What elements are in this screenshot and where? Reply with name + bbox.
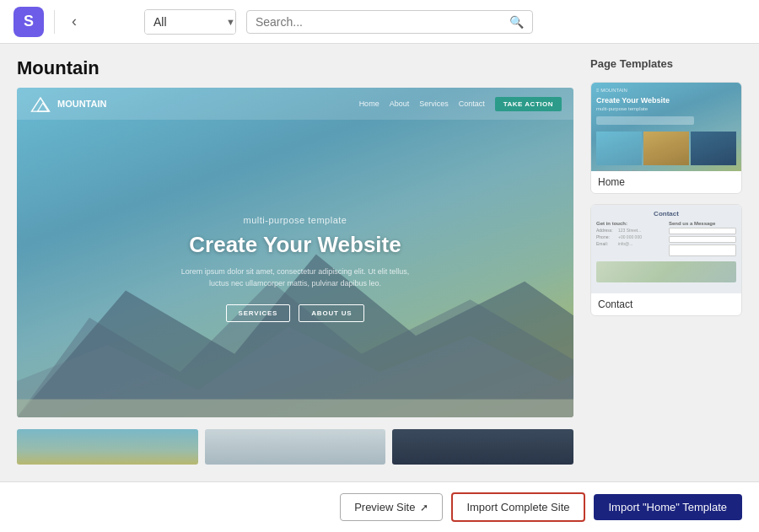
thumbnail-contact[interactable] [392, 429, 573, 465]
home-inner: ≡ MOUNTAIN Create Your Website multi-pur… [591, 83, 741, 130]
left-panel: Mountain MOUNTAIN [17, 57, 573, 468]
home-preview: ≡ MOUNTAIN Create Your Website multi-pur… [591, 83, 741, 171]
mountain-logo-icon [29, 94, 52, 113]
contact-card-title: Contact [596, 210, 736, 218]
home-nav-text: ≡ MOUNTAIN [596, 88, 736, 93]
form-label-address: Address: [596, 228, 616, 233]
thumbnail-services[interactable] [205, 429, 386, 465]
home-card-subtitle: multi-purpose template [596, 106, 736, 111]
form-row-2: Phone: +00 000 000 [596, 234, 664, 239]
preview-image: MOUNTAIN Home About Services Contact TAK… [17, 88, 573, 417]
hero-heading: Create Your Website [189, 232, 401, 258]
nav-link-services: Services [419, 99, 449, 108]
search-wrap: 🔍 [246, 10, 533, 34]
import-home-template-button[interactable]: Import "Home" Template [594, 494, 743, 520]
nav-cta-button: TAKE ACTION [495, 97, 562, 111]
import-complete-site-button[interactable]: Import Complete Site [451, 492, 584, 522]
contact-columns: Get in touch: Address: 123 Street... Pho… [596, 221, 736, 258]
contact-preview: Contact Get in touch: Address: 123 Stree… [591, 205, 741, 293]
filter-select-wrap: All Business Portfolio Blog E-commerce ▼ [144, 9, 236, 35]
home-img-1 [596, 132, 642, 165]
thumbnail-home[interactable] [17, 429, 198, 465]
bottom-bar: Preview Site ➚ Import Complete Site Impo… [0, 481, 759, 532]
thumbnails-row [17, 426, 573, 468]
back-button[interactable]: ‹ [65, 9, 83, 34]
template-title: Mountain [17, 57, 573, 79]
form-address-value: 123 Street... [618, 228, 664, 233]
form-phone-value: +00 000 000 [618, 234, 664, 239]
app-logo: S [13, 7, 44, 37]
page-template-card-contact[interactable]: Contact Get in touch: Address: 123 Stree… [590, 204, 742, 316]
hero-buttons: SERVICES ABOUT US [226, 304, 365, 322]
home-img-2 [643, 132, 689, 165]
hero-description: Lorem ipsum dolor sit amet, consectetur … [177, 266, 413, 289]
topbar: S ‹ All Business Portfolio Blog E-commer… [0, 0, 759, 44]
template-nav: MOUNTAIN Home About Services Contact TAK… [17, 88, 573, 120]
page-template-card-home[interactable]: ≡ MOUNTAIN Create Your Website multi-pur… [590, 82, 742, 194]
page-templates-label: Page Templates [590, 57, 742, 70]
send-message-label: Send us a Message [669, 221, 736, 226]
get-in-touch-label: Get in touch: [596, 221, 664, 226]
form-row-3: Email: info@... [596, 241, 664, 246]
home-card-title: Create Your Website [596, 96, 736, 105]
form-label-phone: Phone: [596, 234, 616, 239]
hero-subtitle: multi-purpose template [244, 215, 347, 225]
home-bg: ≡ MOUNTAIN Create Your Website multi-pur… [591, 83, 741, 171]
home-card-search-bar [596, 116, 694, 125]
import-template-label: Import "Home" Template [609, 501, 728, 513]
preview-area: MOUNTAIN Home About Services Contact TAK… [17, 88, 573, 417]
contact-card-label: Contact [591, 293, 741, 315]
import-complete-label: Import Complete Site [466, 501, 569, 513]
search-icon: 🔍 [509, 15, 524, 29]
form-row-1: Address: 123 Street... [596, 228, 664, 233]
main-content: Mountain MOUNTAIN [0, 44, 759, 481]
filter-select[interactable]: All Business Portfolio Blog E-commerce [145, 10, 236, 34]
contact-name-field [669, 228, 736, 234]
contact-message-field [669, 245, 736, 256]
divider [54, 10, 55, 34]
template-logo-text: MOUNTAIN [57, 99, 106, 109]
right-panel: Page Templates ≡ MOUNTAIN Create Your We… [590, 57, 742, 468]
form-label-email: Email: [596, 241, 616, 246]
home-card-label: Home [591, 171, 741, 193]
search-input[interactable] [256, 15, 504, 29]
contact-right-col: Send us a Message [669, 221, 736, 258]
template-logo: MOUNTAIN [29, 94, 106, 113]
preview-site-button[interactable]: Preview Site ➚ [340, 493, 443, 521]
preview-site-label: Preview Site [354, 501, 415, 513]
contact-email-field [669, 236, 736, 243]
contact-map [596, 261, 736, 282]
external-link-icon: ➚ [420, 502, 428, 513]
nav-link-contact: Contact [459, 99, 485, 108]
home-img-3 [691, 132, 736, 165]
template-nav-links: Home About Services Contact [359, 99, 485, 108]
nav-link-about: About [390, 99, 410, 108]
contact-left-col: Get in touch: Address: 123 Street... Pho… [596, 221, 664, 258]
form-email-value: info@... [618, 241, 664, 246]
hero-services-button: SERVICES [226, 304, 291, 322]
home-images-row [596, 132, 736, 165]
contact-bg: Contact Get in touch: Address: 123 Stree… [591, 205, 741, 293]
nav-link-home: Home [359, 99, 380, 108]
home-text-block: Amazing things for you ____ [591, 167, 741, 171]
hero-about-button: ABOUT US [299, 304, 364, 322]
template-hero: multi-purpose template Create Your Websi… [17, 120, 573, 417]
